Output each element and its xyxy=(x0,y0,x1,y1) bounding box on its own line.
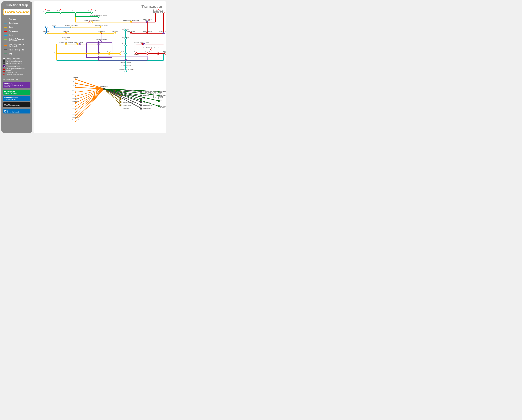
nav-salesforce[interactable]: Salesforce xyxy=(3,21,31,25)
integration-pisa[interactable]: PISA Payable Invoice Scanning xyxy=(3,109,31,114)
svg-point-174 xyxy=(75,115,76,116)
integration-smarterpay[interactable]: Smarterpay Direct Debit, Sales & Purchas… xyxy=(3,82,31,88)
svg-text:Sales Invoice: Sales Invoice xyxy=(98,31,105,32)
svg-text:✱: ✱ xyxy=(149,19,150,20)
svg-text:Ledger Entries: Ledger Entries xyxy=(100,86,108,87)
integration-provenworks[interactable]: ProvenWorks Address Verification xyxy=(3,90,31,95)
svg-point-76 xyxy=(125,44,127,47)
legend-wizard-label: Transaction Wizard xyxy=(7,65,20,67)
nav-vat-label: VAT xyxy=(9,53,12,55)
nav-topdown-label: Top-Down Reports & Dashboards xyxy=(9,43,30,47)
posting-icon xyxy=(3,58,5,60)
sidebar-title: Functional Map xyxy=(3,3,31,7)
legend-wizard: W Transaction Wizard xyxy=(3,65,31,67)
svg-point-162 xyxy=(75,96,76,97)
svg-text:To HMRC: To HMRC xyxy=(160,107,165,109)
svg-text:Dimension 3: Dimension 3 xyxy=(72,98,78,99)
salesforce-flow-icon xyxy=(3,71,5,73)
nav-sales-label: Sales xyxy=(9,26,13,28)
svg-text:Dimension 5: Dimension 5 xyxy=(72,104,78,106)
svg-point-138 xyxy=(125,70,127,72)
svg-point-146 xyxy=(75,83,77,84)
legend-api: API (Application Programming Interface) xyxy=(3,68,31,71)
legend-posting-label: Posting Transaction xyxy=(6,58,20,60)
purchases-arrow-icon xyxy=(4,30,8,32)
legend-salesforce-flow-label: Salesforce Flow xyxy=(6,71,17,73)
integration-dvelop[interactable]: d.velop Digital Invoice Processing xyxy=(3,102,31,107)
smarterpay-label: Smarterpay xyxy=(4,83,29,85)
svg-text:✱: ✱ xyxy=(45,9,46,10)
ascent-label: Ascent Solutions xyxy=(4,97,29,99)
bank-arrow-icon xyxy=(4,34,8,36)
nav-bottomup[interactable]: Bottom-Up Reports & Dashboards xyxy=(3,38,31,42)
pisa-sub: Payable Invoice Scanning xyxy=(4,111,29,113)
reporting-layer-title: ReportingLayer xyxy=(145,90,163,99)
svg-point-84 xyxy=(76,43,78,45)
svg-text:Purchase Order: Purchase Order xyxy=(160,31,166,32)
nonposting-icon xyxy=(3,60,5,62)
provenworks-label: ProvenWorks xyxy=(4,90,29,92)
sales-arrow-icon xyxy=(4,26,8,28)
svg-text:✱: ✱ xyxy=(91,9,92,10)
nav-sales[interactable]: Sales xyxy=(3,25,31,29)
svg-text:Dimension 9: Dimension 9 xyxy=(72,117,78,118)
svg-text:Sales Failure: Sales Failure xyxy=(106,51,113,53)
legend-api-label: API (Application Programming Interface) xyxy=(6,68,31,71)
nav-topdown[interactable]: Top-Down Reports & Dashboards xyxy=(3,43,31,47)
legend-essentials: ✱ Excluded from Essentials xyxy=(3,74,31,76)
smarterpay-sub: Direct Debit, Sales & Purchase Payments xyxy=(4,85,29,88)
svg-text:Manual Journal: Manual Journal xyxy=(71,10,79,12)
pisa-label: PISA xyxy=(4,109,29,111)
svg-point-170 xyxy=(75,109,76,110)
integrations-title: INTEGRATIONS xyxy=(3,78,31,80)
nav-journals-label: Journals xyxy=(9,18,16,20)
svg-rect-224 xyxy=(158,100,160,102)
svg-text:Aged Recievables: Aged Recievables xyxy=(143,105,152,106)
legend-nonposting: Non-Posting Transaction xyxy=(3,60,31,62)
integration-ascent[interactable]: Ascent Solutions Stock Management xyxy=(3,96,31,101)
logo-bird-icon: ✦ xyxy=(4,10,7,14)
svg-text:Scheduled Manual Journals: Scheduled Manual Journals xyxy=(54,10,68,12)
svg-line-155 xyxy=(76,89,104,109)
wizard-icon: W xyxy=(3,65,6,67)
svg-text:Cashier Control: Cashier Control xyxy=(123,105,131,106)
svg-point-176 xyxy=(75,118,76,119)
svg-text:Schedule Sales Payments: Schedule Sales Payments xyxy=(59,42,73,43)
svg-text:Bank Receipt: Bank Receipt xyxy=(122,29,129,30)
nav-journals[interactable]: Journals xyxy=(3,17,31,21)
transaction-layer-title: TransactionLayer xyxy=(141,4,163,14)
nav-financial[interactable]: Financial Reports xyxy=(3,48,31,51)
svg-text:Dimension 6: Dimension 6 xyxy=(72,108,78,109)
svg-point-144 xyxy=(75,78,77,80)
svg-text:✱: ✱ xyxy=(60,9,61,10)
topdown-arrow-icon xyxy=(4,44,8,46)
nav-bank[interactable]: Bank xyxy=(3,33,31,37)
functional-map-svg: Recurring Journal Schedule ✱ Scheduled M… xyxy=(33,1,166,133)
svg-text:Dimension 4: Dimension 4 xyxy=(72,101,79,102)
svg-text:Dimension 1: Dimension 1 xyxy=(72,90,78,91)
legend-essentials-label: Excluded from Essentials xyxy=(6,74,23,76)
svg-text:Revenue Recognition Schedule: Revenue Recognition Schedule xyxy=(84,20,100,21)
svg-text:Dimension 2: Dimension 2 xyxy=(72,94,78,95)
svg-point-106 xyxy=(141,43,143,45)
svg-text:VAT Submission Report: VAT Submission Report xyxy=(160,100,166,102)
vat-arrow-icon xyxy=(4,53,8,55)
svg-point-172 xyxy=(75,112,76,113)
svg-rect-212 xyxy=(140,105,142,107)
svg-text:Payment: Payment xyxy=(164,52,166,53)
nav-vat[interactable]: VAT xyxy=(3,52,31,55)
svg-point-168 xyxy=(75,106,76,107)
svg-text:Purchase Failure: Purchase Failure xyxy=(143,51,152,53)
svg-rect-92 xyxy=(86,43,112,58)
svg-text:Contract: Contract xyxy=(52,25,56,26)
svg-text:W: W xyxy=(144,43,145,45)
svg-point-64 xyxy=(114,32,116,34)
dvelop-label: d.velop xyxy=(4,103,29,105)
svg-text:Aged Payables: Aged Payables xyxy=(143,108,151,109)
nav-purchases[interactable]: Purchases xyxy=(3,30,31,33)
legend-posting: Posting Transaction xyxy=(3,58,31,60)
svg-text:W: W xyxy=(79,43,80,45)
svg-point-164 xyxy=(75,99,76,100)
logo-accounting: Accounting xyxy=(15,11,29,14)
bottomup-arrow-icon xyxy=(4,39,8,41)
